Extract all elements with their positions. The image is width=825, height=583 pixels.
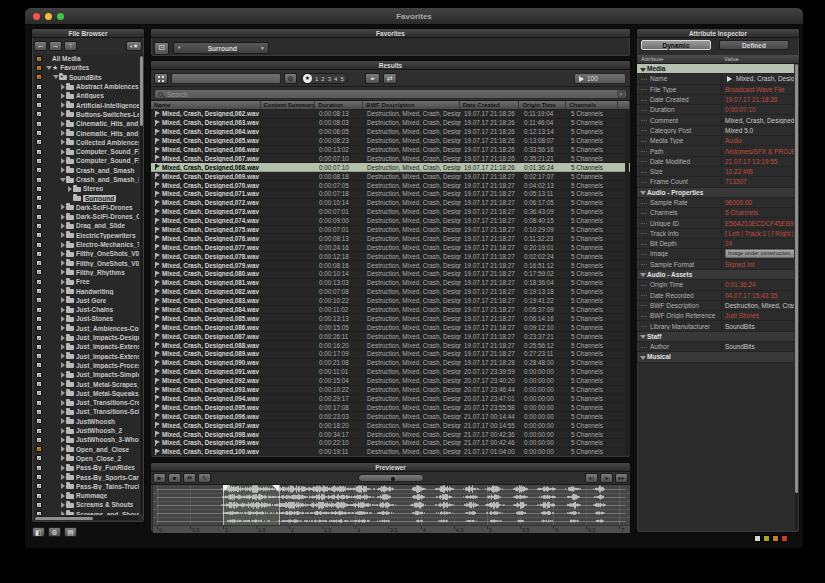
attribute-value[interactable]: Broadcast Wave File [721,86,794,93]
attribute-column-header[interactable]: Attribute [641,55,663,64]
table-row[interactable]: Mixed, Crash, Designed,094.wav0:00:29:17… [151,395,630,404]
table-row[interactable]: Mixed, Crash, Designed,073.wav0:00:07:01… [151,208,630,217]
previewer-mode-button-3[interactable]: ▸▸ [615,473,628,483]
column-header-content-summary[interactable]: Content Summary [261,101,316,110]
tree-item[interactable]: ✓Crash_and_Smash [34,166,139,175]
tree-item[interactable]: ✓Crash_and_Smash_De [34,175,139,184]
inspector-group-musical[interactable]: Musical [637,352,794,362]
tree-item[interactable]: ✓Screams & Shouts [34,500,139,509]
cycle-button[interactable]: ↻ [198,473,211,483]
tree-item[interactable]: ✓Cinematic_Hits_and_T [34,128,139,137]
inspector-row[interactable]: File TypeBroadcast Wave File [637,85,794,95]
collapse-icon[interactable] [52,75,59,79]
up-button[interactable]: ↑ [64,41,77,51]
play-flag-icon[interactable] [154,360,160,366]
expand-icon[interactable] [59,335,66,341]
play-flag-icon[interactable] [154,387,160,393]
tree-item[interactable]: ✓Just-Stones [34,314,139,323]
tree-item[interactable]: ✓JustWhoosh_3-Whoos [34,435,139,444]
tree-item[interactable]: ✓Rummage [34,491,139,500]
play-flag-icon[interactable] [154,262,160,268]
layout-toggle-icon[interactable]: ◧ [32,527,45,537]
play-flag-icon[interactable] [154,324,160,330]
expand-icon[interactable] [59,167,66,173]
table-row[interactable]: Mixed, Crash, Designed,076.wav0:00:08:13… [151,234,630,243]
tree-vertical-scrollbar[interactable] [140,54,143,514]
previewer-mode-button-2[interactable]: |▸ [600,473,613,483]
forward-button[interactable]: → [49,41,62,51]
expand-icon[interactable] [59,214,66,220]
inspector-row[interactable]: Track Info[ Left | Track:1 ] [ Right | T… [637,229,794,239]
play-flag-icon[interactable] [154,413,160,419]
tree-item[interactable]: ✓Computer_Sound_FX_ [34,156,139,165]
pause-button[interactable]: ▮▮ [183,473,196,483]
table-row[interactable]: Mixed, Crash, Designed,093.wav0:00:10:22… [151,386,630,395]
expand-icon[interactable] [59,288,66,294]
tree-item[interactable]: ✓Artificial-Intelligence [34,100,139,109]
inspector-row[interactable]: Bit Depth24 [637,239,794,249]
expand-icon[interactable] [59,102,66,108]
expand-icon[interactable] [59,279,66,285]
inspector-row[interactable]: NameMixed, Crash, Designed,0 [637,74,794,84]
play-flag-icon[interactable] [154,404,160,410]
tree-item[interactable]: ✓JustWhoosh [34,417,139,426]
expand-icon[interactable] [66,186,73,192]
tab-dynamic[interactable]: Dynamic [641,40,711,50]
expand-icon[interactable] [59,474,66,480]
attribute-value[interactable]: Mixed, Crash, Designed, Sum [721,117,794,124]
inspector-row[interactable]: Date Created19.07.17 21:18:26 [637,95,794,105]
play-flag-icon[interactable] [154,209,160,215]
column-header-duration[interactable]: Duration [315,101,363,110]
table-row[interactable]: Mixed, Crash, Designed,090.wav0:00:21:08… [151,359,630,368]
tree-item[interactable]: ✓Cinematic_Hits_and_T [34,119,139,128]
attribute-value[interactable]: 21.07.17 13:19:55 [721,158,794,165]
tree-item[interactable]: ✓Filthy_OneShots_V02 [34,259,139,268]
expand-icon[interactable] [59,84,66,90]
expand-icon[interactable] [59,511,66,515]
tree-item[interactable]: ✓Just Gore [34,296,139,305]
tree-item[interactable]: ✓ElectricTypewriters [34,231,139,240]
play-flag-icon[interactable] [154,111,160,117]
play-flag-icon[interactable] [154,129,160,135]
play-flag-icon[interactable] [154,307,160,313]
volume-knob[interactable] [391,477,395,481]
results-vertical-scrollbar[interactable] [625,111,629,455]
settings-gear-icon[interactable]: ⚙ [48,527,61,537]
tree-item[interactable]: ✓Filthy_Rhythms [34,268,139,277]
table-row[interactable]: Mixed, Crash, Designed,096.wav0:00:23:03… [151,412,630,421]
column-header-bwf-description[interactable]: BWF Description [363,101,460,110]
tree-item[interactable]: ✓Abstract Ambiences [34,82,139,91]
tree-item[interactable]: ✓All Media [34,54,139,63]
expand-icon[interactable] [59,93,66,99]
results-settings-button[interactable]: ⚙ [284,73,297,84]
table-row[interactable]: Mixed, Crash, Designed,099.wav0:00:22:10… [151,439,630,448]
collapse-icon[interactable] [59,178,66,182]
play-flag-icon[interactable] [154,235,160,241]
attribute-value[interactable]: Mixed, Crash, Designed,0 [721,75,794,82]
table-row[interactable]: Mixed, Crash, Designed,074.wav0:00:09:00… [151,217,630,226]
tree-item[interactable]: ✓JustWhoosh_2 [34,426,139,435]
favorite-preset-dropdown[interactable]: * Surround ▼ [173,42,269,54]
expand-icon[interactable] [59,204,66,210]
tree-item[interactable]: ✓Pass-By_Sports-Cars [34,472,139,481]
column-header-date-created[interactable]: Date Created [460,101,520,110]
column-header-channels[interactable]: Channels [566,101,618,110]
column-header-name[interactable]: Name [151,101,261,110]
inspector-row[interactable]: CommentMixed, Crash, Designed, Sum [637,115,794,125]
table-row[interactable]: Mixed, Crash, Designed,080.wav0:00:10:14… [151,270,630,279]
table-row[interactable]: Mixed, Crash, Designed,089.wav0:00:17:09… [151,350,630,359]
tree-item[interactable]: ✓Open_Close_2 [34,454,139,463]
inspector-row[interactable]: Frame Count713307 [637,177,794,187]
tree-item[interactable]: ✓Just_Impacts-Process [34,361,139,370]
attribute-value[interactable]: /Volumes/SFX & PROJECTS/S [721,148,794,155]
tab-defined[interactable]: Defined [719,40,789,50]
table-row[interactable]: Mixed, Crash, Designed,081.wav0:00:13:03… [151,279,630,288]
inspector-row[interactable]: Size10.22 MB [637,167,794,177]
tree-item[interactable]: ✓Antiques [34,91,139,100]
expand-icon[interactable] [59,260,66,266]
expand-icon[interactable] [59,437,66,443]
attribute-value[interactable]: 713307 [721,178,794,185]
attribute-value[interactable]: Image under construction... [721,249,794,258]
table-row[interactable]: Mixed, Crash, Designed,072.wav0:00:10:14… [151,199,630,208]
page-button-5[interactable]: 5 [340,76,343,82]
